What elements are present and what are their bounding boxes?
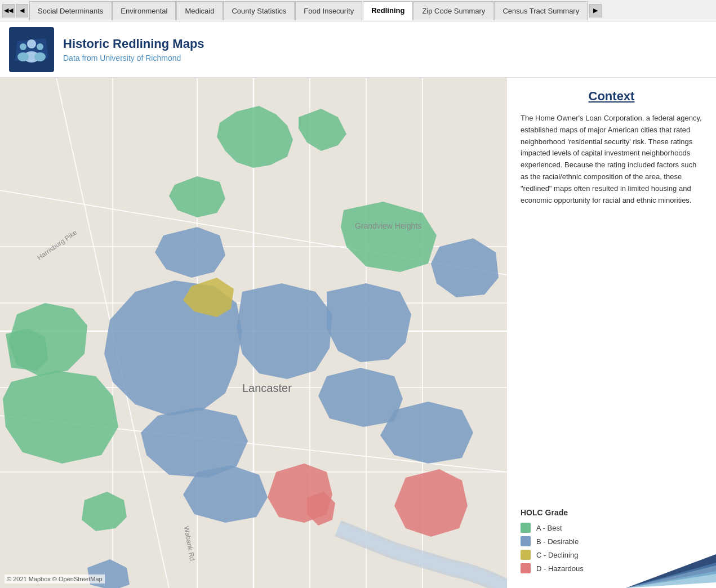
legend-item-2: C - Declining [521, 550, 702, 560]
context-title: Context [521, 89, 702, 104]
context-body: The Home Owner's Loan Corporation, a fed… [521, 113, 702, 206]
page-subtitle: Data from University of Richmond [63, 54, 204, 63]
tab-nav-first[interactable]: ◀◀ [2, 4, 15, 17]
legend-title: HOLC Grade [521, 508, 702, 517]
legend-label-2: C - Declining [536, 551, 578, 559]
legend-item-1: B - Desirable [521, 536, 702, 546]
header-text: Historic Redlining Maps Data from Univer… [63, 37, 204, 63]
legend-section: HOLC Grade A - BestB - DesirableC - Decl… [521, 508, 702, 577]
tab-county-statistics[interactable]: County Statistics [223, 1, 295, 20]
legend-label-3: D - Hazardous [536, 564, 584, 573]
tab-nav-next[interactable]: ▶ [589, 4, 602, 17]
legend-label-1: B - Desirable [536, 537, 579, 546]
tab-bar: ◀◀ ◀ Social Determinants Environmental M… [0, 0, 716, 21]
tab-nav-prev[interactable]: ◀ [16, 4, 28, 17]
svg-marker-42 [394, 469, 468, 537]
svg-point-3 [20, 43, 26, 50]
tab-medicaid[interactable]: Medicaid [176, 1, 223, 20]
legend-swatch-0 [521, 523, 531, 533]
logo [9, 27, 54, 72]
main-content: Lancaster Grandview Heights Harrisburg P… [0, 78, 716, 588]
svg-point-1 [27, 39, 36, 48]
svg-marker-37 [318, 368, 403, 427]
tab-census-tract-summary[interactable]: Census Tract Summary [494, 1, 588, 20]
page-title: Historic Redlining Maps [63, 37, 204, 51]
legend-swatch-1 [521, 536, 531, 546]
legend-item-3: D - Hazardous [521, 563, 702, 573]
tab-redlining[interactable]: Redlining [363, 1, 413, 20]
right-panel: Context The Home Owner's Loan Corporatio… [507, 78, 716, 588]
svg-point-5 [37, 43, 43, 50]
tab-zip-code-summary[interactable]: Zip Code Summary [413, 1, 493, 20]
svg-point-4 [17, 52, 29, 61]
svg-point-6 [34, 52, 46, 61]
legend-item-0: A - Best [521, 523, 702, 533]
map-area[interactable]: Lancaster Grandview Heights Harrisburg P… [0, 78, 507, 588]
legend-label-0: A - Best [536, 524, 562, 532]
map-attribution: © 2021 Mapbox © OpenStreetMap [5, 574, 105, 583]
legend-items: A - BestB - DesirableC - DecliningD - Ha… [521, 523, 702, 573]
tab-environmental[interactable]: Environmental [112, 1, 176, 20]
legend-swatch-3 [521, 563, 531, 573]
tab-food-insecurity[interactable]: Food Insecurity [295, 1, 362, 20]
legend-swatch-2 [521, 550, 531, 560]
page-header: Historic Redlining Maps Data from Univer… [0, 21, 716, 78]
tab-social-determinants[interactable]: Social Determinants [29, 1, 112, 20]
